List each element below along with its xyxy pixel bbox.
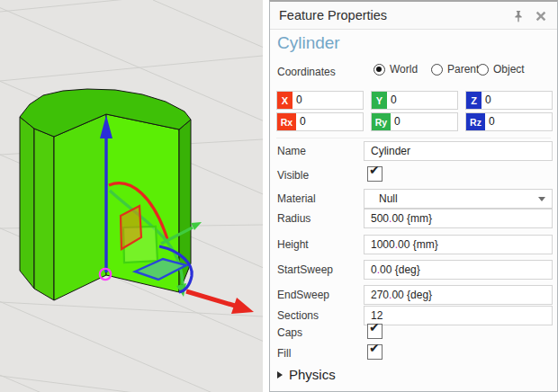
rx-badge: Rx — [277, 113, 296, 130]
ry-badge: Ry — [372, 113, 391, 130]
radius-label: Radius — [277, 212, 310, 225]
height-label: Height — [277, 238, 309, 251]
endsweep-input[interactable]: 270.00 {deg} — [364, 285, 553, 305]
rz-field[interactable]: Rz 0 — [465, 112, 553, 131]
viewport-canvas — [0, 0, 263, 392]
radio-world[interactable]: World — [374, 63, 418, 76]
visible-checkbox[interactable]: ✔ — [367, 166, 382, 182]
coordinates-label: Coordinates — [277, 66, 336, 78]
close-icon — [536, 11, 546, 22]
endsweep-label: EndSweep — [277, 289, 329, 301]
caps-checkbox[interactable]: ✔ — [367, 324, 382, 339]
z-field[interactable]: Z 0 — [465, 91, 553, 110]
name-input[interactable]: Cylinder — [364, 141, 553, 161]
y-field[interactable]: Y 0 — [371, 91, 458, 110]
physics-section-header[interactable]: Physics — [277, 367, 336, 382]
radio-parent-circle[interactable] — [431, 64, 443, 76]
pin-icon — [512, 10, 525, 23]
fill-checkbox[interactable]: ✔ — [367, 344, 382, 360]
height-input[interactable]: 1000.00 {mm} — [364, 235, 553, 254]
expander-triangle-icon — [277, 371, 283, 379]
x-badge: X — [277, 92, 292, 109]
panel-title: Feature Properties — [279, 2, 387, 29]
radius-input[interactable]: 500.00 {mm} — [364, 209, 553, 228]
radio-world-circle[interactable] — [374, 64, 385, 76]
panel-gutter — [263, 0, 269, 392]
fill-label: Fill — [277, 347, 291, 360]
cylinder-cut-face-left[interactable] — [54, 114, 106, 300]
check-icon: ✔ — [369, 341, 380, 355]
material-dropdown[interactable]: Null — [364, 189, 553, 209]
name-label: Name — [277, 145, 306, 157]
x-field[interactable]: X 0 — [276, 91, 364, 110]
sections-label: Sections — [277, 309, 319, 322]
3d-viewport[interactable] — [0, 0, 263, 392]
feature-properties-panel: Feature Properties Cylinder Coordinates … — [269, 0, 558, 392]
section-separator — [276, 138, 551, 138]
z-badge: Z — [466, 92, 482, 109]
app-window: Feature Properties Cylinder Coordinates … — [0, 0, 558, 392]
check-icon: ✔ — [369, 320, 380, 334]
panel-header: Feature Properties — [270, 2, 557, 30]
startsweep-input[interactable]: 0.00 {deg} — [364, 260, 553, 280]
close-button[interactable] — [533, 8, 549, 24]
chevron-down-icon — [538, 197, 545, 201]
rz-badge: Rz — [466, 113, 485, 130]
cylinder-wall-facet-left[interactable] — [20, 117, 34, 289]
startsweep-label: StartSweep — [277, 263, 333, 276]
material-label: Material — [277, 192, 316, 205]
radio-object[interactable]: Object — [477, 63, 525, 76]
y-badge: Y — [372, 92, 387, 109]
radio-object-circle[interactable] — [477, 64, 489, 76]
radio-parent[interactable]: Parent — [431, 63, 479, 76]
feature-type-heading: Cylinder — [277, 33, 340, 53]
ry-field[interactable]: Ry 0 — [371, 112, 458, 131]
sections-input[interactable]: 12 — [364, 306, 553, 325]
pin-button[interactable] — [510, 8, 526, 24]
check-icon: ✔ — [369, 163, 380, 177]
cylinder-wall-facet[interactable] — [34, 129, 54, 300]
rx-field[interactable]: Rx 0 — [276, 112, 364, 131]
visible-label: Visible — [277, 169, 309, 182]
caps-label: Caps — [277, 326, 302, 339]
